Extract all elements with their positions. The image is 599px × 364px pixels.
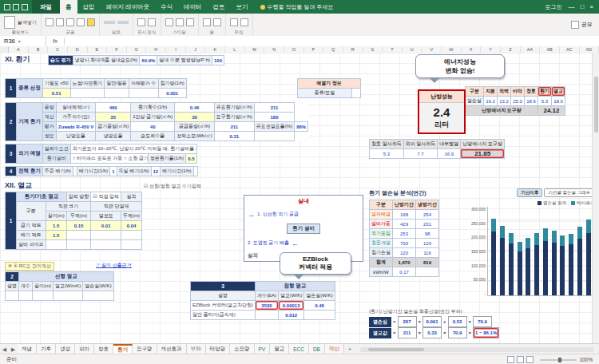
fill-color-icon[interactable] <box>87 18 95 26</box>
table-cell[interactable]: 합계 <box>370 258 393 267</box>
column-header[interactable]: I <box>166 46 186 53</box>
table-cell[interactable]: 1,670 <box>393 258 416 267</box>
table-cell[interactable]: 급기 덕트 <box>17 221 46 231</box>
formula-input[interactable] <box>65 36 599 46</box>
table-cell[interactable]: 급기풍량(㎥/h) <box>96 122 131 132</box>
table-cell[interactable]: = <box>391 317 398 327</box>
table-cell[interactable]: 요구환기량(㎥/h) <box>214 113 254 122</box>
table-cell[interactable]: 열교(W/mK) <box>54 282 83 291</box>
table-cell[interactable]: 침기손실 <box>370 248 393 258</box>
tab-insert[interactable]: 삽입 <box>77 0 101 14</box>
table-cell[interactable] <box>304 311 335 320</box>
column-header[interactable]: V <box>422 46 442 53</box>
table-cell[interactable]: 개수(EA) <box>256 291 279 301</box>
table-cell[interactable]: 정온환기율(1/h) <box>148 154 185 164</box>
table-cell[interactable]: 116 <box>416 248 439 258</box>
table-cell[interactable]: + <box>442 317 449 327</box>
table-cell[interactable]: × <box>416 317 423 327</box>
table-cell[interactable]: 직관 단열재 <box>91 202 142 212</box>
table-cell[interactable]: 환기 <box>538 87 552 97</box>
table-cell[interactable]: 기밀도 n50 <box>42 79 70 89</box>
table-cell[interactable] <box>6 291 19 301</box>
table-cell[interactable] <box>66 231 91 240</box>
table-cell[interactable]: 바닥 <box>511 87 525 97</box>
column-header[interactable]: W <box>442 46 462 53</box>
column-header[interactable]: Z <box>501 46 521 53</box>
align-left-icon[interactable] <box>104 21 115 24</box>
table-cell[interactable]: 점형 열교 <box>256 282 335 291</box>
table-cell[interactable]: 211 <box>214 122 254 132</box>
close-button[interactable]: × <box>589 3 593 10</box>
normal-view-icon[interactable] <box>507 356 514 363</box>
table-cell[interactable]: 1.5 <box>46 231 66 240</box>
table-cell[interactable]: = <box>391 328 398 338</box>
table-cell[interactable]: × <box>416 328 423 338</box>
table-cell[interactable]: 0.091 <box>423 317 442 327</box>
table-cell[interactable]: 열손실 <box>466 97 484 106</box>
table-cell[interactable]: 개수 <box>19 282 33 291</box>
zoom-slider[interactable] <box>540 359 577 361</box>
table-cell[interactable]: 0.33 <box>423 328 442 338</box>
sheet-nav-left-icon[interactable]: ◀ <box>0 346 9 353</box>
column-header[interactable]: E <box>88 46 108 53</box>
table-cell[interactable]: 0.31 <box>214 132 254 141</box>
table-cell[interactable]: 211 <box>398 328 416 338</box>
table-cell[interactable]: 정보 <box>42 132 56 141</box>
delete-cells-icon[interactable] <box>213 18 221 26</box>
table-cell[interactable]: 직관 크기 <box>46 202 91 212</box>
table-cell[interactable]: 냉방기간 <box>416 200 439 210</box>
table-cell[interactable]: 거주자수(인) <box>56 113 95 122</box>
tab-data[interactable]: 데이터 <box>178 0 208 14</box>
table-cell[interactable]: 욕실 배기(1/h) <box>117 167 151 176</box>
table-cell[interactable]: 60.9% <box>140 56 157 65</box>
table-cell[interactable]: 종류/모델 <box>298 89 352 98</box>
table-cell[interactable]: × <box>466 328 474 338</box>
table-cell[interactable] <box>121 240 142 250</box>
minimize-button[interactable]: — <box>568 3 574 10</box>
column-header[interactable]: AC <box>560 46 580 53</box>
table-cell[interactable]: 냉방효율 <box>96 132 131 141</box>
table-cell[interactable]: 외피 일사취득 <box>403 140 438 149</box>
table-cell[interactable]: 819 <box>416 258 439 267</box>
redo-icon[interactable] <box>22 4 28 10</box>
table-cell[interactable]: 40 <box>131 122 175 132</box>
column-header[interactable]: Q <box>323 46 343 53</box>
table-cell[interactable]: 열교 <box>552 87 565 97</box>
table-cell[interactable]: 자체평가 수 <box>129 79 158 89</box>
column-header[interactable]: U <box>403 46 422 53</box>
table-cell[interactable] <box>91 240 121 250</box>
toggle-period-graph[interactable]: 기간별 열손실 그래프 <box>544 188 594 197</box>
table-cell[interactable]: 열교(W/K) <box>279 291 304 301</box>
table-cell[interactable]: 예열기 정보 <box>298 79 361 89</box>
table-cell[interactable] <box>416 267 439 277</box>
bold-icon[interactable] <box>46 18 54 26</box>
table-cell[interactable] <box>105 89 129 98</box>
table-cell[interactable]: 구분 <box>17 202 46 221</box>
table-cell[interactable]: 0.00013 <box>279 301 304 311</box>
comma-icon[interactable] <box>148 18 156 26</box>
column-header[interactable]: L <box>225 46 245 53</box>
table-cell[interactable]: 환기설비 <box>42 154 70 164</box>
table-cell[interactable]: 열재배열 <box>370 210 393 220</box>
table-cell[interactable]: 12 <box>151 167 161 176</box>
table-cell[interactable]: 98 <box>416 229 439 239</box>
table-cell[interactable]: 70.9 <box>474 317 492 327</box>
maximize-button[interactable]: □ <box>580 3 584 10</box>
table-cell[interactable]: 입력 방향 <box>66 192 91 202</box>
share-button[interactable]: 공유 <box>571 21 593 29</box>
table-cell[interactable]: 침기량(1/h) <box>158 79 186 89</box>
table-cell[interactable] <box>121 231 142 240</box>
table-cell[interactable]: 전체 환기 <box>17 167 43 176</box>
table-cell[interactable]: 유효환기량(㎥/h) <box>214 103 254 113</box>
table-cell[interactable]: 환기횟수(1/h) <box>131 103 175 113</box>
column-header[interactable]: A <box>9 46 29 53</box>
table-cell[interactable]: 열회수조건 <box>42 144 70 154</box>
table-cell[interactable]: 선형 열교 <box>19 272 114 282</box>
column-header[interactable]: S <box>363 46 383 53</box>
column-header[interactable]: M <box>245 46 265 53</box>
table-cell[interactable]: 2 <box>6 272 19 282</box>
table-cell[interactable]: 3 <box>6 144 17 164</box>
length-basis-link[interactable]: ☞ 길이 산출근거 <box>96 262 132 269</box>
table-cell[interactable]: 창문개방 <box>370 239 393 248</box>
tab-formulas[interactable]: 수식 <box>155 0 178 14</box>
